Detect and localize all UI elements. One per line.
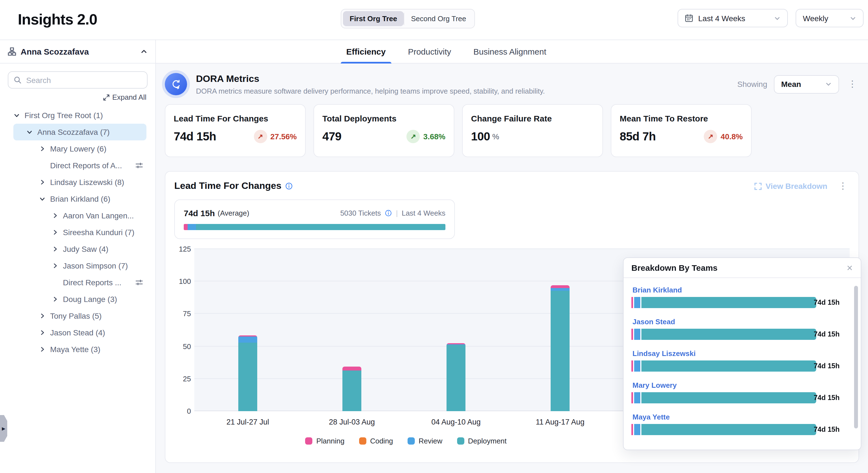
team-bar-segment-deployment (641, 329, 816, 340)
tree-row[interactable]: Lindsay Liszewski (8) (13, 174, 147, 190)
sidebar: Anna Scozzafava Expand All First Org Tre… (0, 40, 156, 473)
org-chart-icon (8, 47, 16, 56)
tree-row[interactable]: Maya Yette (3) (13, 341, 147, 358)
legend-item-coding[interactable]: Coding (359, 437, 393, 445)
summary-bar-segment-deployment (196, 224, 445, 230)
filter-icon[interactable] (135, 161, 143, 169)
team-bar-segment-review (634, 392, 640, 403)
chevron-right-icon[interactable] (39, 179, 45, 185)
team-stacked-bar: 74d 15h (631, 392, 838, 403)
breakdown-panel-title: Breakdown By Teams (631, 263, 718, 272)
date-range-select[interactable]: Last 4 Weeks (678, 9, 788, 27)
expand-all-button[interactable]: Expand All (0, 93, 147, 101)
chevron-right-icon[interactable] (52, 246, 58, 253)
kebab-menu-icon[interactable]: ⋮ (846, 80, 859, 89)
granularity-value: Weekly (803, 13, 828, 23)
metric-card: Mean Time To Restore85d 7h↗40.8% (611, 104, 752, 157)
chevron-right-icon[interactable] (52, 212, 58, 219)
chevron-down-icon[interactable] (26, 129, 33, 136)
team-name-link[interactable]: Mary Lowery (632, 381, 853, 389)
breakdown-panel-body: Brian Kirkland74d 15hJason Stead74d 15hL… (624, 278, 861, 435)
granularity-select[interactable]: Weekly (796, 9, 864, 27)
tree-row[interactable]: Doug Lange (3) (13, 291, 147, 307)
chevron-right-icon[interactable] (52, 296, 58, 302)
summary-bar-segment-review (188, 224, 196, 230)
summary-divider: | (396, 209, 398, 217)
tree-row[interactable]: Jason Stead (4) (13, 324, 147, 341)
info-icon[interactable] (385, 209, 392, 217)
summary-suffix: (Average) (218, 209, 249, 217)
metric-title: Total Deployments (322, 114, 445, 123)
org-tree: First Org Tree Root (1)Anna Scozzafava (… (0, 107, 155, 358)
tree-row[interactable]: Aaron Van Langen... (13, 207, 147, 224)
chevron-right-icon[interactable] (52, 262, 58, 269)
chevron-up-icon[interactable] (140, 48, 148, 55)
tree-row[interactable]: Brian Kirkland (6) (13, 190, 147, 207)
tree-row-label: Jason Stead (4) (50, 328, 105, 337)
team-bar-segment-review (634, 297, 640, 308)
tree-row[interactable]: Tony Pallas (5) (13, 307, 147, 324)
chevron-right-icon[interactable] (39, 145, 45, 152)
summary-bar-segment-planning (184, 224, 188, 230)
team-name-link[interactable]: Lindsay Liszewski (632, 349, 853, 358)
metric-value: 479 (322, 130, 341, 143)
tree-row[interactable]: Anna Scozzafava (7) (13, 124, 147, 140)
chevron-right-icon[interactable] (39, 346, 45, 353)
sidebar-collapse-handle[interactable]: ▶ (0, 415, 7, 442)
breakdown-panel-header: Breakdown By Teams ✕ (624, 258, 861, 278)
tree-row-label: Direct Reports ... (63, 278, 121, 287)
y-axis-label: 100 (179, 277, 191, 286)
tab-efficiency[interactable]: Efficiency (346, 40, 386, 63)
team-value: 74d 15h (814, 299, 840, 306)
chevron-right-icon[interactable] (39, 329, 45, 336)
chevron-right-icon[interactable] (39, 313, 45, 319)
chevron-down-icon[interactable] (39, 196, 45, 202)
bar-group (342, 366, 361, 411)
team-name-link[interactable]: Brian Kirkland (632, 286, 853, 294)
tree-row-label: Anna Scozzafava (7) (37, 127, 110, 137)
tree-row[interactable]: Judy Saw (4) (13, 241, 147, 257)
aggregation-select[interactable]: Mean (774, 75, 839, 93)
tree-row[interactable]: Mary Lowery (6) (13, 140, 147, 157)
tree-row[interactable]: Direct Reports of A... (13, 157, 147, 174)
tree-row[interactable]: First Org Tree Root (1) (13, 107, 147, 124)
team-name-link[interactable]: Jason Stead (632, 318, 853, 326)
arrow-up-right-icon: ↗ (407, 130, 420, 143)
tab-business-alignment[interactable]: Business Alignment (473, 40, 547, 63)
search-input[interactable] (8, 71, 148, 89)
delta-value: 3.68% (424, 132, 445, 141)
dora-text: DORA Metrics DORA metrics measure softwa… (196, 73, 545, 95)
view-breakdown-button[interactable]: View Breakdown (754, 182, 827, 190)
y-axis-label: 25 (183, 375, 191, 383)
section-kebab-icon[interactable]: ⋮ (836, 182, 849, 190)
tree-row[interactable]: Direct Reports ... (13, 274, 147, 291)
scrollbar-thumb[interactable] (854, 286, 858, 428)
delta-badge: ↗27.56% (254, 130, 297, 143)
summary-stacked-bar (184, 224, 445, 230)
chevron-down-icon[interactable] (13, 112, 20, 119)
legend-item-deployment[interactable]: Deployment (457, 437, 507, 445)
chevron-right-icon[interactable] (52, 229, 58, 236)
tab-productivity[interactable]: Productivity (408, 40, 451, 63)
team-bar-segment-review (634, 360, 640, 372)
bar-group (551, 285, 569, 411)
legend-item-review[interactable]: Review (408, 437, 442, 445)
tree-row[interactable]: Jason Simpson (7) (13, 257, 147, 274)
section-controls: View Breakdown ⋮ (754, 182, 849, 190)
filter-icon[interactable] (135, 278, 143, 286)
bar-segment-deployment (342, 370, 361, 411)
team-name-link[interactable]: Maya Yette (632, 413, 853, 421)
close-icon[interactable]: ✕ (846, 263, 853, 272)
toggle-first-org-tree[interactable]: First Org Tree (343, 11, 404, 26)
expand-diagonal-icon (103, 94, 110, 100)
tree-row[interactable]: Sireesha Kunduri (7) (13, 224, 147, 241)
bar-segment-deployment (551, 291, 569, 411)
info-icon[interactable] (285, 182, 293, 190)
bar-group (446, 344, 465, 411)
arrow-up-right-icon: ↗ (254, 130, 267, 143)
toggle-second-org-tree[interactable]: Second Org Tree (404, 11, 473, 26)
x-axis-label: 11 Aug-17 Aug (521, 418, 599, 426)
chevron-down-icon (849, 15, 856, 22)
team-bar-segment-planning (631, 297, 633, 308)
legend-item-planning[interactable]: Planning (305, 437, 344, 445)
